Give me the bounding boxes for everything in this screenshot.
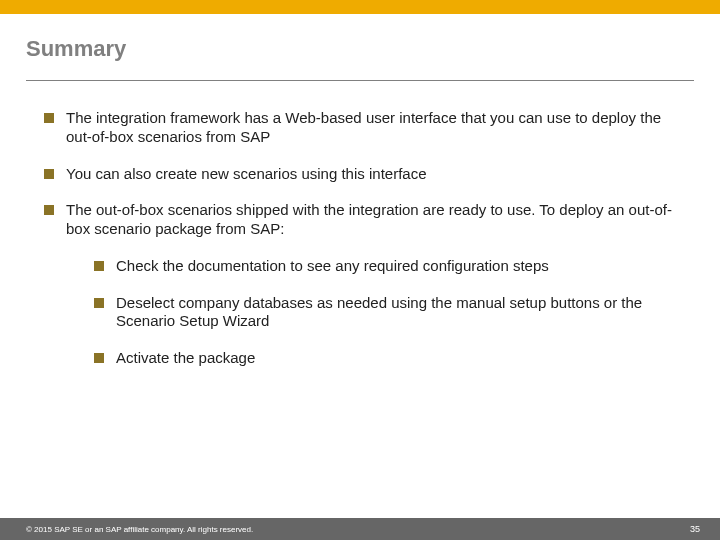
footer: © 2015 SAP SE or an SAP affiliate compan… — [0, 518, 720, 540]
slide-title: Summary — [26, 36, 694, 62]
sub-bullet-text: Deselect company databases as needed usi… — [116, 294, 642, 330]
accent-bar — [0, 0, 720, 14]
slide: Summary The integration framework has a … — [0, 0, 720, 540]
sub-bullet-list: Check the documentation to see any requi… — [94, 257, 676, 368]
sub-bullet-item: Deselect company databases as needed usi… — [94, 294, 676, 332]
footer-left: © 2015 SAP SE or an SAP affiliate compan… — [26, 525, 253, 534]
sub-bullet-item: Check the documentation to see any requi… — [94, 257, 676, 276]
bullet-list: The integration framework has a Web-base… — [44, 109, 676, 368]
copyright-text: © 2015 SAP SE or an SAP affiliate compan… — [26, 525, 253, 534]
sub-bullet-item: Activate the package — [94, 349, 676, 368]
sub-bullet-text: Activate the package — [116, 349, 255, 366]
bullet-item: You can also create new scenarios using … — [44, 165, 676, 184]
bullet-text: The out-of-box scenarios shipped with th… — [66, 201, 672, 237]
bullet-item: The out-of-box scenarios shipped with th… — [44, 201, 676, 368]
sub-bullet-text: Check the documentation to see any requi… — [116, 257, 549, 274]
bullet-text: The integration framework has a Web-base… — [66, 109, 661, 145]
content-area: The integration framework has a Web-base… — [0, 81, 720, 518]
page-number: 35 — [690, 524, 700, 534]
title-area: Summary — [0, 14, 720, 72]
bullet-item: The integration framework has a Web-base… — [44, 109, 676, 147]
bullet-text: You can also create new scenarios using … — [66, 165, 427, 182]
